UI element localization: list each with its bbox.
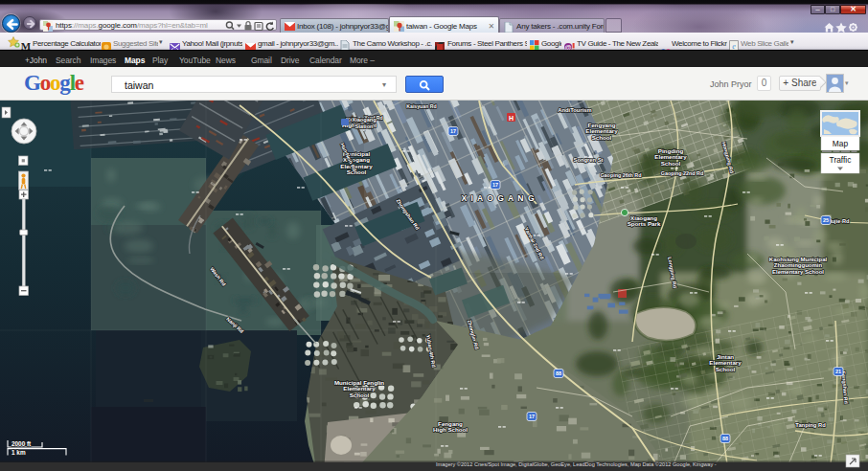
svg-text:Tanping Rd: Tanping Rd [795,422,826,428]
svg-text:Station: Station [355,123,375,129]
svg-text:Map: Map [833,139,849,148]
svg-text:17: 17 [492,182,498,188]
svg-text:Traffic: Traffic [830,155,852,165]
svg-text:Kaisyuan Rd: Kaisyuan Rd [406,103,436,109]
svg-text:H: H [509,115,514,122]
svg-text:Gaoping 26th Rd: Gaoping 26th Rd [600,172,641,178]
svg-text:88: 88 [722,436,728,441]
svg-text:High School: High School [433,426,468,433]
svg-text:25: 25 [823,217,829,223]
svg-text:School: School [716,366,736,372]
svg-text:Kaohsiung Municipal: Kaohsiung Municipal [769,257,828,262]
svg-text:17: 17 [529,414,535,419]
svg-text:1 km: 1 km [11,449,26,456]
svg-text:Xiaogang: Xiaogang [352,117,377,123]
svg-text:Songren St: Songren St [574,157,604,163]
svg-text:2000 ft: 2000 ft [11,440,32,447]
svg-text:17: 17 [450,128,456,134]
svg-text:88: 88 [556,370,561,376]
svg-text:Imagery ©2012 Cnes/Spot Image,: Imagery ©2012 Cnes/Spot Image, DigitalGl… [436,461,717,467]
svg-text:Zhaomingguomin: Zhaomingguomin [774,262,823,268]
svg-text:Sports Park: Sports Park [628,220,661,227]
svg-text:AndiTourism: AndiTourism [558,107,591,113]
svg-text:21: 21 [835,369,841,374]
svg-text:Gaoping 22nd Rd: Gaoping 22nd Rd [661,170,704,176]
svg-text:X I A O G A N G: X I A O G A N G [461,193,535,203]
svg-text:School: School [661,160,681,167]
svg-text:School: School [350,392,370,398]
svg-text:Elementary School: Elementary School [772,269,824,275]
svg-text:School: School [592,134,612,141]
